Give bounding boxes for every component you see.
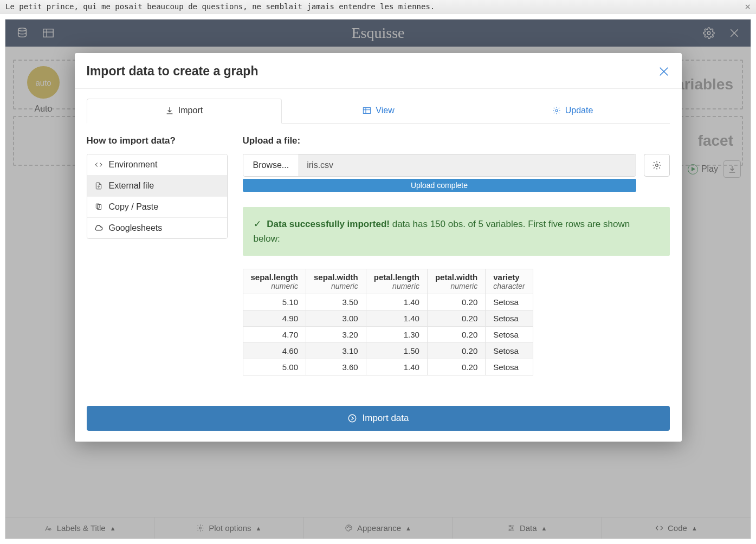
import-method-heading: How to import data? bbox=[87, 135, 228, 146]
cloud-icon bbox=[94, 224, 104, 232]
download-icon bbox=[165, 106, 174, 115]
import-modal: Import data to create a graph Import Vie… bbox=[75, 53, 682, 442]
arrow-circle-icon bbox=[347, 413, 357, 423]
tab-view[interactable]: View bbox=[282, 99, 476, 123]
window-titlebar: Le petit prince, qui me posait beaucoup … bbox=[0, 0, 756, 14]
method-environment[interactable]: Environment bbox=[87, 154, 227, 176]
column-sepal.length: sepal.lengthnumeric bbox=[243, 269, 306, 294]
svg-rect-19 bbox=[364, 107, 371, 113]
upload-progress: Upload complete bbox=[243, 179, 636, 192]
upload-settings-button[interactable] bbox=[644, 154, 670, 177]
table-row: 5.103.501.400.20Setosa bbox=[243, 294, 533, 310]
window-title: Le petit prince, qui me posait beaucoup … bbox=[5, 2, 435, 11]
import-data-button[interactable]: Import data bbox=[87, 406, 670, 431]
browse-button[interactable]: Browse... bbox=[243, 154, 300, 176]
tab-update[interactable]: Update bbox=[476, 99, 670, 123]
svg-point-25 bbox=[655, 164, 658, 167]
method-copy-paste[interactable]: Copy / Paste bbox=[87, 197, 227, 218]
import-success-alert: ✓ Data successfully imported! data has 1… bbox=[243, 207, 670, 256]
column-sepal.width: sepal.widthnumeric bbox=[306, 269, 366, 294]
clipboard-icon bbox=[94, 203, 104, 211]
gear-icon bbox=[652, 160, 662, 170]
data-preview-table: sepal.lengthnumericsepal.widthnumericpet… bbox=[243, 269, 533, 375]
table-row: 4.703.201.300.20Setosa bbox=[243, 327, 533, 343]
tab-import[interactable]: Import bbox=[87, 99, 282, 124]
file-name: iris.csv bbox=[299, 154, 635, 176]
file-download-icon bbox=[94, 182, 104, 190]
method-googlesheets[interactable]: Googlesheets bbox=[87, 218, 227, 238]
import-method-list: Environment External file Copy / Paste bbox=[87, 154, 228, 239]
modal-tabs: Import View Update bbox=[87, 99, 670, 124]
gear-update-icon bbox=[552, 106, 561, 115]
modal-close-icon[interactable] bbox=[658, 66, 670, 77]
column-variety: varietycharacter bbox=[486, 269, 533, 294]
column-petal.width: petal.widthnumeric bbox=[427, 269, 485, 294]
table-row: 5.003.601.400.20Setosa bbox=[243, 359, 533, 375]
modal-title: Import data to create a graph bbox=[87, 64, 259, 79]
check-icon: ✓ bbox=[254, 219, 261, 229]
file-picker[interactable]: Browse... iris.csv bbox=[243, 154, 636, 177]
svg-point-26 bbox=[348, 415, 356, 423]
svg-point-22 bbox=[555, 109, 558, 112]
method-external-file[interactable]: External file bbox=[87, 176, 227, 197]
column-petal.length: petal.lengthnumeric bbox=[366, 269, 427, 294]
close-icon[interactable]: × bbox=[745, 3, 751, 10]
table-row: 4.603.101.500.20Setosa bbox=[243, 343, 533, 359]
upload-heading: Upload a file: bbox=[243, 135, 670, 146]
code-env-icon bbox=[94, 161, 104, 169]
table-row: 4.903.001.400.20Setosa bbox=[243, 310, 533, 327]
table-view-icon bbox=[363, 107, 371, 114]
